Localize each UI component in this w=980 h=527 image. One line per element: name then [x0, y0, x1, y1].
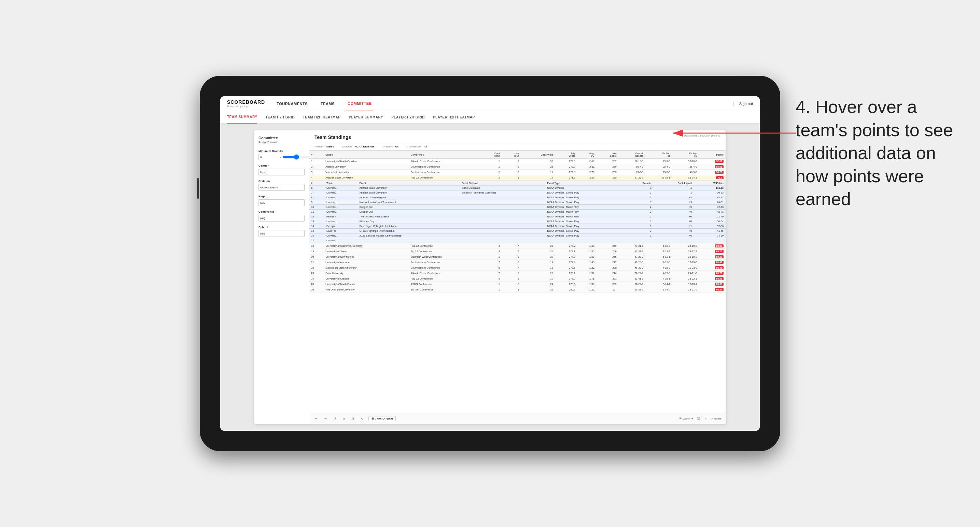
toolbar-refresh-btn[interactable]: ↺ [332, 416, 338, 421]
cell-conference: Southeastern Conference [409, 170, 482, 175]
points-badge[interactable]: 88.48 [715, 261, 724, 264]
subnav-player-h2h-grid[interactable]: PLAYER H2H GRID [391, 111, 425, 124]
hover-cell: +1 [654, 195, 694, 200]
toolbar-settings-btn[interactable]: ⚙ [350, 416, 356, 421]
cell-vs50: 25-19-0 [672, 243, 699, 249]
subnav-team-summary[interactable]: TEAM SUMMARY [227, 111, 257, 124]
hover-cell: East Tec [325, 229, 358, 233]
table-wrapper[interactable]: # School Conference ConfRank NoTour Bnds… [309, 151, 725, 413]
cell-points[interactable]: 93.31 [699, 164, 725, 170]
points-badge[interactable]: 97.02 [715, 160, 724, 163]
toolbar-clock-btn[interactable]: ⏱ [359, 416, 366, 421]
watch-btn[interactable]: 👁 Watch ▾ [679, 417, 692, 420]
hover-cell: NCAA Division I Stroke Play [545, 200, 625, 205]
cell-points[interactable]: 88.49 [699, 254, 725, 260]
comment-btn[interactable]: 💬 [697, 417, 700, 420]
cell-bnds-wins: 20 [521, 254, 555, 260]
cell-vs25: 7-15-0 [645, 260, 672, 265]
hover-cell: +0 [654, 229, 694, 233]
filter-region-select[interactable]: N/A [258, 199, 305, 206]
cell-school: University of California, Berkeley [323, 243, 408, 249]
hover-cell: 3 [625, 224, 653, 229]
conference-key: Conference: [407, 145, 422, 148]
points-badge-highlighted[interactable]: 79.5 [716, 176, 724, 179]
cell-points[interactable]: 88.48 [699, 260, 725, 265]
nav-committee[interactable]: COMMITTEE [346, 96, 373, 111]
range-separator: - [280, 156, 282, 159]
cell-conference: Southeastern Conference [409, 260, 482, 265]
cell-points[interactable]: 88.89 [699, 282, 725, 287]
sign-out-link[interactable]: Sign out [733, 102, 753, 106]
hover-data-row: 16 Univers... 2023 Sahalee Players Champ… [309, 233, 725, 238]
cell-points[interactable]: 88.07 [699, 243, 725, 249]
view-label: View: Original [375, 417, 393, 420]
cell-rank: 23 [309, 271, 323, 276]
points-badge[interactable]: 88.70 [715, 250, 724, 253]
cell-points[interactable]: 88.41 [699, 265, 725, 271]
cell-points[interactable]: 97.02 [699, 159, 725, 164]
cell-tours: 9 [502, 164, 521, 170]
col-tours: NoTour [502, 151, 521, 159]
toolbar-undo-btn[interactable]: ↩ [313, 416, 320, 421]
cell-tours: 6 [502, 260, 521, 265]
toolbar-redo-btn[interactable]: ↪ [322, 416, 329, 421]
subnav-player-h2h-heatmap[interactable]: PLAYER H2H HEATMAP [433, 111, 475, 124]
cell-points[interactable]: 88.58 [699, 276, 725, 282]
cell-points[interactable]: 88.70 [699, 249, 725, 254]
cell-vs50: 55-4-0 [672, 164, 699, 170]
cell-rank: 1 [309, 159, 323, 164]
subnav-player-summary[interactable]: PLAYER SUMMARY [348, 111, 383, 124]
col-school: School [323, 151, 408, 159]
toolbar-right: 👁 Watch ▾ 💬 ⤢ ↗ Share [679, 417, 722, 420]
points-badge[interactable]: 88.07 [715, 244, 724, 248]
filter-min-rounds-slider[interactable] [283, 155, 310, 159]
annotation-text: 4. Hover over a team's points to see add… [795, 95, 966, 211]
points-badge[interactable]: 88.41 [715, 266, 724, 269]
cell-points[interactable]: 88.34 [699, 287, 725, 292]
points-badge[interactable]: 88.71 [715, 272, 724, 275]
cell-conference: Mountain West Conference [409, 254, 482, 260]
expand-btn[interactable]: ⤢ [705, 417, 707, 420]
nav-teams[interactable]: TEAMS [319, 96, 336, 111]
points-badge[interactable]: 88.58 [715, 277, 724, 280]
cell-tours: 8 [502, 170, 521, 175]
hover-data-row: 11 Univers... Copper Cup NCAA Division I… [309, 210, 725, 214]
points-badge[interactable]: 88.49 [715, 255, 724, 259]
nav-tournaments[interactable]: TOURNAMENTS [275, 96, 309, 111]
cell-rank: 22 [309, 265, 323, 271]
subnav-team-h2h-heatmap[interactable]: TEAM H2H HEATMAP [303, 111, 341, 124]
table-row: 3 Vanderbilt University Southeastern Con… [309, 170, 725, 175]
filter-gender-select[interactable]: Men's Women's [258, 168, 305, 175]
points-badge[interactable]: 88.89 [715, 283, 724, 286]
hover-cell: 9 [309, 200, 325, 205]
cell-avg-sg: 2.82 [578, 164, 597, 170]
hover-cell: 13 [309, 219, 325, 224]
points-badge[interactable]: 88.34 [715, 288, 724, 291]
filter-region-label: Region [258, 195, 305, 198]
view-original-button[interactable]: ⊞ View: Original [368, 416, 396, 421]
points-badge[interactable]: 90.20 [715, 171, 724, 174]
hover-cell [358, 238, 460, 243]
points-badge[interactable]: 93.31 [715, 165, 724, 168]
toolbar-copy-btn[interactable]: ⧉ [341, 416, 347, 421]
cell-conference: Pac-12 Conference [409, 175, 482, 181]
filter-min-rounds: Minimum Rounds - [258, 149, 305, 160]
cell-vs50: 24-21-0 [672, 271, 699, 276]
hover-cell: -1 [654, 190, 694, 195]
filter-division-select[interactable]: NCAA Division I [258, 184, 305, 191]
cell-conference: Atlantic Coast Conference [409, 271, 482, 276]
filter-school-select[interactable]: (All) [258, 230, 305, 237]
cell-conf-rank: 7 [482, 271, 502, 276]
cell-points[interactable]: 79.5 [699, 175, 725, 181]
cell-school: Duke University [323, 271, 408, 276]
hover-data-row: 15 East Tec OFCC Fighting Illini Invitat… [309, 229, 725, 233]
cell-vs25: 13-23-2 [645, 249, 672, 254]
cell-points[interactable]: 90.20 [699, 170, 725, 175]
filter-min-rounds-input[interactable] [258, 154, 279, 160]
hover-cell: Univers... [325, 210, 358, 214]
share-btn[interactable]: ↗ Share [711, 417, 722, 420]
cell-points[interactable]: 88.71 [699, 271, 725, 276]
filter-conference-select[interactable]: (All) [258, 215, 305, 222]
subnav-team-h2h-grid[interactable]: TEAM H2H GRID [265, 111, 294, 124]
hover-cell [460, 238, 545, 243]
